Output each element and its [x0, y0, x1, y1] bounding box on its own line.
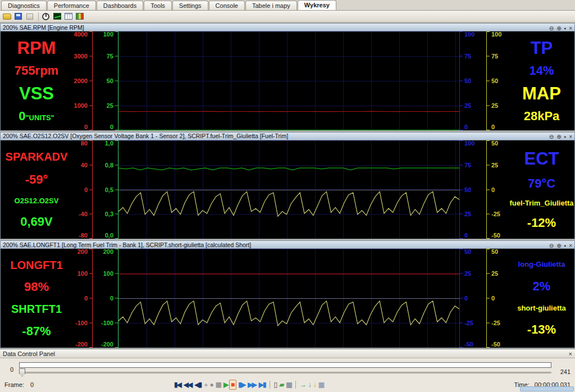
playback-buttons: ▮◀◀◀◀▮●●▮▮▶■▮▶▶▶▶▮▯▰▦→↓↓▦: [173, 380, 325, 390]
stop-button[interactable]: ■: [229, 380, 236, 390]
close-icon[interactable]: ×: [569, 134, 572, 140]
graph-panel-header[interactable]: 200% SAE.RPM [Engine RPM] ⊖⊕▪×: [1, 24, 574, 31]
gauge-dashboard-icon[interactable]: [41, 12, 51, 21]
minimize-icon[interactable]: ▪: [564, 134, 567, 140]
axis-tick-mark: [486, 214, 490, 215]
parameter-value: 14%: [529, 65, 554, 77]
save-log-button[interactable]: ▦: [285, 380, 292, 389]
tab-console[interactable]: Console: [209, 1, 245, 10]
close-icon[interactable]: ×: [569, 25, 572, 31]
skip-end-button[interactable]: ▶▮: [258, 380, 267, 389]
parameter-value: 28kPa: [524, 110, 560, 122]
minimize-icon[interactable]: ▪: [564, 243, 567, 249]
main-toolbar: [0, 11, 575, 22]
tab-diagnostics[interactable]: Diagnostics: [1, 1, 47, 10]
left-axis-green: 1,00,80,50,30,0: [93, 140, 118, 239]
axis-tick-label: 0: [84, 295, 88, 302]
grid-export-button[interactable]: ▦: [317, 380, 325, 389]
save-icon[interactable]: [13, 12, 23, 21]
tab-performance[interactable]: Performance: [47, 1, 96, 10]
import-orange-button[interactable]: ↓: [312, 380, 317, 389]
axis-tick-label: 50: [107, 78, 113, 84]
zoom-out-icon[interactable]: ⊖: [549, 25, 554, 31]
pause-button[interactable]: ▮▮: [215, 380, 222, 389]
plot-area[interactable]: [118, 140, 459, 239]
table-view-icon[interactable]: [63, 12, 73, 21]
axis-tick-label: 75: [491, 53, 498, 59]
skip-start-button[interactable]: ▮◀: [173, 380, 182, 389]
toolbar-separator: [38, 12, 39, 21]
slider-max-label: 241: [551, 361, 571, 377]
zoom-in-icon[interactable]: ⊕: [556, 25, 561, 31]
step-back-button[interactable]: ◀▮: [193, 380, 202, 389]
close-icon[interactable]: ×: [569, 350, 572, 357]
parameter-name: short-giulietta: [517, 304, 566, 312]
right-parameter-readouts: TP14%MAP28kPa: [509, 31, 574, 130]
axis-tick-label: 3000: [74, 53, 88, 59]
play-button[interactable]: ▶: [222, 380, 229, 389]
tab-wykresy[interactable]: Wykresy: [298, 0, 336, 10]
graph-panel: 200% SAE.RPM [Engine RPM] ⊖⊕▪× RPM755rpm…: [0, 23, 575, 131]
parameter-name: long-Giulietta: [518, 261, 565, 268]
axis-tick-label: 0: [464, 295, 468, 302]
axis-tick-mark: [459, 130, 463, 130]
axis-tick-label: 0: [84, 186, 88, 193]
tab-settings[interactable]: Settings: [172, 1, 208, 10]
axis-tick-label: 25: [491, 162, 498, 168]
zoom-in-icon[interactable]: ⊕: [556, 134, 561, 140]
parameter-name: O2S12.O2SV: [15, 197, 59, 204]
tab-dashboards[interactable]: Dashboards: [97, 1, 143, 10]
frame-slider[interactable]: [19, 361, 551, 377]
tab-tabele-i-mapy[interactable]: Tabele i mapy: [245, 1, 297, 10]
plot-area[interactable]: [118, 249, 459, 348]
plot-area[interactable]: [118, 31, 459, 130]
open-file-icon[interactable]: [2, 12, 12, 21]
controls-separator: [295, 381, 296, 389]
minimize-icon[interactable]: ▪: [564, 25, 567, 31]
axis-tick-mark: [459, 274, 463, 274]
tab-tools[interactable]: Tools: [144, 1, 172, 10]
axis-tick-label: 0: [491, 124, 495, 130]
axis-tick-mark: [486, 274, 490, 274]
graph-view-icon[interactable]: [52, 12, 62, 21]
axis-tick-label: 50: [464, 249, 471, 255]
axis-tick-label: 25: [491, 102, 498, 108]
left-axis-green: 2001000-100-200: [93, 249, 118, 348]
export-arrow-button[interactable]: →: [299, 380, 307, 389]
fast-forward-button[interactable]: ▶▶: [247, 380, 257, 389]
open-log-button[interactable]: ▰: [278, 380, 284, 389]
slider-thumb[interactable]: [19, 368, 25, 377]
map-view-icon[interactable]: [75, 12, 84, 21]
axis-tick-label: -100: [101, 320, 113, 326]
axis-tick-label: 4000: [74, 31, 88, 38]
trace-SAE.O2S12.O2SV: [118, 168, 459, 170]
axis-tick-label: 25: [491, 271, 498, 277]
new-log-button[interactable]: ▯: [273, 380, 278, 389]
export-copy-icon[interactable]: [25, 12, 34, 21]
axis-tick-label: 2000: [74, 78, 88, 84]
record-button[interactable]: ●: [208, 380, 213, 389]
axis-tick-label: 75: [464, 162, 471, 168]
parameter-value: 0,69V: [20, 216, 53, 228]
axis-tick-label: 75: [464, 53, 471, 59]
axis-tick-label: -25: [464, 320, 473, 326]
rewind-button[interactable]: ◀◀: [182, 380, 193, 389]
frame-label: Frame:: [4, 381, 24, 388]
import-green-button[interactable]: ↓: [307, 380, 312, 389]
axis-tick-mark: [459, 238, 463, 239]
resize-grip[interactable]: [520, 386, 574, 391]
table-view-icon: [65, 13, 72, 20]
left-parameter-readouts: RPM755rpmVSS0"UNITS": [1, 31, 72, 130]
record-inactive-icon[interactable]: ●: [203, 380, 208, 389]
graph-panel: 200% SAE.LONGFT1 [Long Term Fuel Trim - …: [0, 240, 575, 348]
graph-panel-header[interactable]: 200% SAE.LONGFT1 [Long Term Fuel Trim - …: [1, 241, 574, 249]
graph-panel-header[interactable]: 200% SAE.O2S12.O2SV [Oxygen Sensor Volta…: [1, 133, 574, 140]
axis-tick-label: 50: [464, 78, 471, 84]
slider-track[interactable]: [19, 372, 551, 373]
axis-tick-label: 0: [464, 124, 468, 130]
zoom-out-icon[interactable]: ⊖: [549, 134, 554, 140]
step-forward-button[interactable]: ▮▶: [237, 380, 246, 389]
zoom-in-icon[interactable]: ⊕: [556, 243, 561, 249]
close-icon[interactable]: ×: [569, 243, 572, 249]
zoom-out-icon[interactable]: ⊖: [549, 243, 554, 249]
